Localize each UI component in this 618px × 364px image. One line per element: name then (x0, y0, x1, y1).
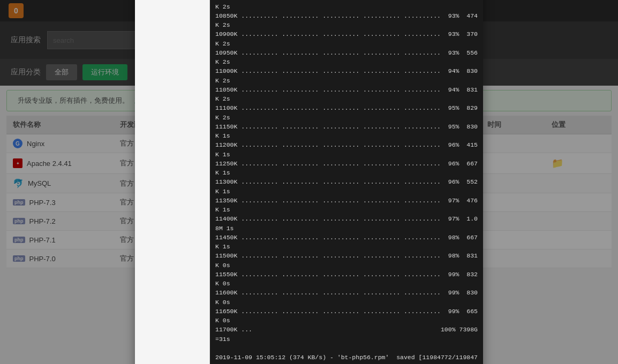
dialog: ✕ 消息盒子 任务列表(0) 消息列表(8) 执行日志 10550K .....… (135, 0, 483, 364)
dialog-content: 10550K .......... .......... .......... … (210, 0, 483, 364)
log-terminal[interactable]: 10550K .......... .......... .......... … (210, 0, 483, 364)
dialog-overlay: ✕ 消息盒子 任务列表(0) 消息列表(8) 执行日志 10550K .....… (0, 0, 618, 364)
dialog-sidebar: 消息盒子 任务列表(0) 消息列表(8) 执行日志 (135, 0, 210, 364)
